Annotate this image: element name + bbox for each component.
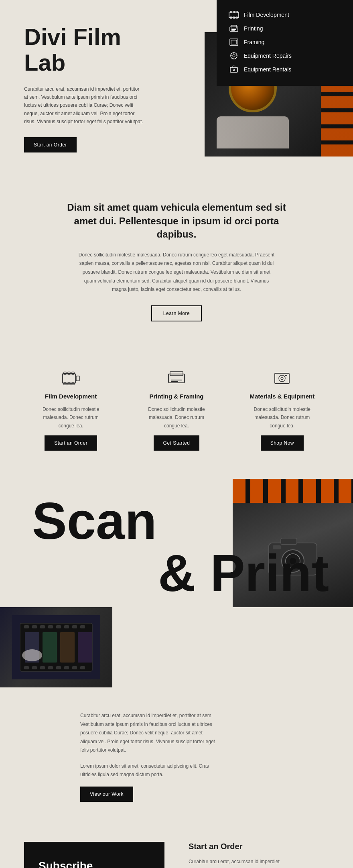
- svg-rect-47: [32, 625, 37, 628]
- nav-framing-label: Framing: [244, 39, 264, 45]
- service-print-desc: Donec sollicitudin molestie malesuada. D…: [140, 405, 213, 430]
- hero-content: Divi Film Lab Curabitur arcu erat, accum…: [0, 0, 193, 169]
- nav-item-equipment-rentals[interactable]: Equipment Rentals: [229, 63, 341, 76]
- film-development-icon: [229, 11, 239, 19]
- svg-rect-65: [78, 632, 92, 663]
- hero-nav: Film Development Printing Framing: [217, 0, 353, 86]
- svg-point-20: [233, 69, 235, 71]
- print-frame-icon: [166, 370, 187, 387]
- svg-rect-52: [72, 625, 77, 628]
- svg-rect-21: [63, 374, 75, 383]
- scan-print-body: Curabitur arcu erat, accumsan id imperdi…: [0, 711, 353, 826]
- nav-item-framing[interactable]: Framing: [229, 35, 341, 49]
- svg-rect-22: [64, 372, 66, 374]
- svg-rect-30: [170, 372, 183, 376]
- svg-point-66: [22, 649, 42, 661]
- svg-rect-12: [231, 40, 237, 44]
- svg-rect-60: [72, 666, 77, 669]
- svg-rect-55: [32, 666, 37, 669]
- svg-rect-48: [40, 625, 45, 628]
- svg-rect-51: [64, 625, 69, 628]
- service-film-desc: Donec sollicitudin molestie malesuada. D…: [35, 405, 107, 430]
- svg-rect-31: [171, 380, 182, 380]
- service-card-materials: Materials & Equipment Donec sollicitudin…: [235, 370, 329, 451]
- svg-rect-57: [48, 666, 53, 669]
- svg-rect-54: [24, 666, 29, 669]
- nav-item-printing[interactable]: Printing: [229, 22, 341, 35]
- gloved-hands: [217, 116, 289, 148]
- scan-print-cta-button[interactable]: View our Work: [80, 787, 133, 802]
- svg-rect-23: [68, 372, 70, 374]
- order-aside: Start an Order Curabitur arcu erat, accu…: [189, 842, 329, 868]
- scan-print-body2: Lorem ipsum dolor sit amet, consectetur …: [80, 762, 217, 779]
- tagline-heading: Diam sit amet quam vehicula elementum se…: [56, 201, 297, 241]
- orange-film-strip: [233, 479, 353, 503]
- svg-rect-19: [230, 67, 237, 72]
- nav-equipment-repairs-label: Equipment Repairs: [244, 53, 292, 59]
- subscribe-section: Subscribe Subscribe Start an Order Curab…: [0, 826, 353, 868]
- rental-icon: [229, 65, 239, 73]
- service-print-title: Printing & Framing: [149, 393, 203, 400]
- service-materials-cta[interactable]: Shop Now: [261, 435, 304, 451]
- hero-cta-button[interactable]: Start an Order: [24, 137, 77, 152]
- services-grid: Film Development Donec sollicitudin mole…: [24, 370, 329, 451]
- svg-rect-25: [64, 382, 66, 385]
- svg-rect-58: [56, 666, 61, 669]
- materials-icon: [272, 370, 292, 387]
- svg-rect-36: [285, 375, 287, 376]
- film-negative-image: [0, 607, 112, 687]
- svg-rect-64: [60, 632, 75, 663]
- scan-print-section: Scan: [0, 479, 353, 711]
- svg-rect-24: [72, 372, 74, 374]
- svg-point-35: [281, 377, 283, 380]
- svg-rect-61: [80, 666, 85, 669]
- svg-rect-46: [24, 625, 29, 628]
- subscribe-title: Subscribe: [39, 860, 150, 868]
- service-print-cta[interactable]: Get Started: [154, 435, 200, 451]
- print-text: & Print: [0, 547, 353, 611]
- services-section: Film Development Donec sollicitudin mole…: [0, 346, 353, 479]
- service-materials-desc: Donec sollicitudin molestie malesuada. D…: [246, 405, 318, 430]
- tagline-body: Donec sollicitudin molestie malesuada. D…: [76, 251, 277, 294]
- nav-item-equipment-repairs[interactable]: Equipment Repairs: [229, 49, 341, 63]
- repair-icon: [229, 52, 239, 60]
- nav-item-film-development[interactable]: Film Development: [229, 8, 341, 22]
- nav-film-development-label: Film Development: [244, 12, 289, 18]
- svg-rect-9: [231, 29, 236, 30]
- order-aside-title: Start an Order: [189, 842, 329, 851]
- nav-printing-label: Printing: [244, 25, 263, 32]
- svg-rect-26: [68, 382, 70, 385]
- svg-rect-10: [231, 30, 235, 31]
- nav-equipment-rentals-label: Equipment Rentals: [244, 66, 291, 73]
- hero-section: Film Development Printing Framing: [0, 0, 353, 169]
- svg-rect-27: [72, 382, 74, 385]
- film-dev-icon: [61, 370, 81, 387]
- order-aside-body: Curabitur arcu erat, accumsan id imperdi…: [189, 858, 285, 868]
- svg-rect-53: [80, 625, 85, 628]
- svg-rect-56: [40, 666, 45, 669]
- hero-body: Curabitur arcu erat, accumsan id imperdi…: [24, 85, 144, 126]
- svg-point-34: [279, 375, 285, 382]
- svg-rect-50: [56, 625, 61, 628]
- subscribe-box: Subscribe Subscribe: [24, 842, 164, 868]
- tagline-section: Diam sit amet quam vehicula elementum se…: [0, 169, 353, 346]
- film-negative-visual: [0, 607, 112, 687]
- svg-rect-49: [48, 625, 53, 628]
- frame-icon: [229, 38, 239, 46]
- hero-title: Divi Film Lab: [24, 24, 168, 75]
- svg-rect-28: [76, 376, 79, 381]
- service-card-print: Printing & Framing Donec sollicitudin mo…: [130, 370, 223, 451]
- service-film-title: Film Development: [45, 393, 97, 400]
- scan-print-body1: Curabitur arcu erat, accumsan id imperdi…: [80, 711, 217, 755]
- svg-rect-59: [64, 666, 69, 669]
- service-card-film: Film Development Donec sollicitudin mole…: [24, 370, 118, 451]
- service-materials-title: Materials & Equipment: [250, 393, 314, 400]
- svg-rect-33: [275, 373, 289, 384]
- tagline-cta-button[interactable]: Learn More: [151, 305, 202, 321]
- svg-rect-63: [43, 632, 57, 663]
- svg-point-14: [233, 55, 235, 57]
- service-film-cta[interactable]: Start an Order: [45, 435, 97, 451]
- print-icon: [229, 24, 239, 33]
- svg-rect-32: [171, 381, 178, 382]
